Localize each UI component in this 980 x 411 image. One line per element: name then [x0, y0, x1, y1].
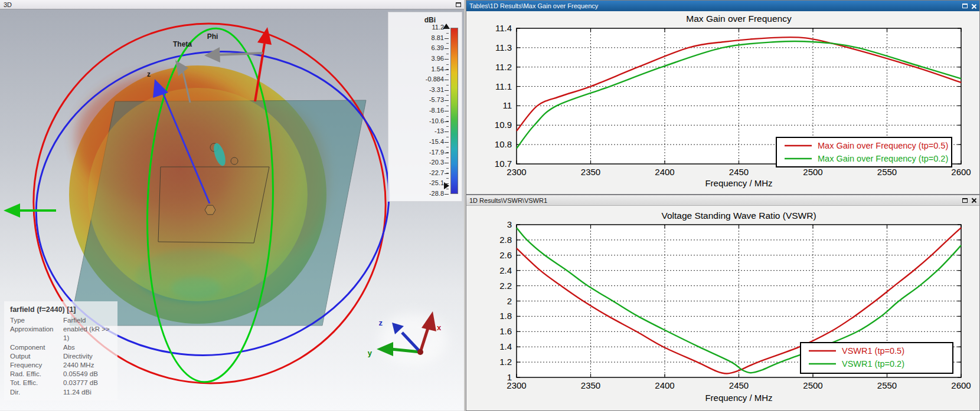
triad-x-label: x: [437, 323, 442, 332]
application-window: 3D: [0, 0, 980, 411]
y-tick-label: 2.6: [499, 250, 512, 260]
max-gain-window-titlebar[interactable]: Tables\1D Results\Max Gain over Frequenc…: [466, 1, 979, 11]
y-tick-label: 10.9: [495, 120, 512, 130]
info-row-value: 2440 MHz: [63, 361, 113, 370]
y-axis-arrow-green: [4, 203, 56, 218]
x-axis-label: Frequency / MHz: [705, 393, 772, 403]
colorbar-tick-label: -15.4: [411, 138, 444, 145]
y-tick-label: 10.8: [495, 139, 512, 149]
y-tick-label: 1.4: [499, 341, 512, 351]
x-tick-label: 2500: [803, 380, 822, 390]
legend-entry: VSWR1 (tp=0.2): [842, 359, 904, 369]
x-tick-label: 2600: [951, 380, 971, 390]
y-tick-label: 2: [507, 296, 512, 306]
info-row-label: Type: [10, 316, 63, 325]
colorbar-title: dBi: [424, 16, 436, 24]
colorbar-tick-label: -22.7: [411, 169, 444, 176]
maximize-icon[interactable]: [456, 2, 461, 7]
info-row-label: Frequency: [10, 361, 63, 370]
close-icon[interactable]: [971, 4, 976, 9]
colorbar-tick-label: -17.9: [411, 149, 444, 156]
colorbar-tick-label: -3.31: [411, 86, 444, 93]
max-gain-window: Tables\1D Results\Max Gain over Frequenc…: [466, 0, 980, 195]
maximize-icon[interactable]: [962, 198, 968, 203]
y-tick-label: 3: [507, 219, 512, 229]
colorbar-tick-label: -28.8: [411, 190, 444, 197]
info-row-label: Tot. Effic.: [10, 379, 63, 387]
colorbar-tick-label: -10.6: [411, 117, 444, 124]
max-gain-window-title: Tables\1D Results\Max Gain over Frequenc…: [469, 2, 598, 9]
vswr-chart: Voltage Standing Wave Ratio (VSWR)230023…: [466, 206, 979, 410]
x-tick-label: 2450: [729, 380, 749, 390]
info-row-value: enabled (kR >> 1): [63, 325, 113, 343]
x-tick-label: 2400: [655, 380, 674, 390]
x-tick-label: 2500: [803, 167, 822, 177]
y-tick-label: 11.2: [495, 62, 512, 72]
y-tick-label: 1.8: [499, 311, 512, 321]
colorbar-tick-label: -8.16: [411, 107, 444, 114]
x-tick-label: 2450: [729, 167, 749, 177]
phi-label: Phi: [207, 32, 218, 41]
y-tick-label: 10.7: [495, 159, 512, 169]
info-row-value: Farfield: [63, 316, 113, 325]
maximize-icon[interactable]: [962, 4, 968, 8]
colorbar-tick-label: -25.1: [411, 179, 444, 186]
y-tick-label: 1: [507, 372, 512, 382]
colorbar-tick-label: 8.81: [411, 34, 444, 41]
3d-window: 3D: [0, 0, 464, 411]
colorbar-tick: [445, 70, 449, 70]
colorbar-tick-label: -20.3: [411, 159, 444, 166]
colorbar-tick: [445, 59, 449, 60]
chart-title: Max Gain over Frequency: [686, 14, 792, 24]
info-row-value: 0.05549 dB: [63, 370, 113, 379]
result-windows: Tables\1D Results\Max Gain over Frequenc…: [466, 0, 980, 411]
colorbar-tick: [445, 121, 449, 122]
info-row-label: Dir.: [10, 388, 63, 397]
colorbar-tick: [445, 48, 449, 49]
colorbar-tick: [445, 80, 449, 80]
colorbar-tick: [445, 173, 449, 174]
chart-title: Voltage Standing Wave Ratio (VSWR): [661, 211, 816, 221]
vswr-window-titlebar[interactable]: 1D Results\VSWR\VSWR1: [466, 195, 979, 206]
triad-y-label: y: [368, 348, 373, 357]
info-row-label: Rad. Effic.: [10, 370, 63, 379]
colorbar-gradient-bar: [450, 28, 458, 194]
colorbar-tick: [445, 111, 449, 111]
3d-window-titlebar[interactable]: 3D: [0, 0, 464, 9]
x-tick-label: 2350: [581, 167, 600, 177]
farfield-info-box: farfield (f=2440) [1] TypeFarfieldApprox…: [4, 301, 117, 400]
vswr-window: 1D Results\VSWR\VSWR1 Voltage Standing W…: [466, 195, 980, 411]
info-row-value: Directivity: [63, 352, 113, 361]
theta-label: Theta: [173, 40, 192, 48]
x-tick-label: 2550: [877, 167, 897, 177]
colorbar-tick-label: -0.884: [411, 75, 444, 83]
colorbar-tick: [445, 153, 449, 153]
colorbar-tick: [445, 163, 449, 163]
x-tick-label: 2550: [877, 380, 897, 390]
colorbar-tick-label: 11.2: [411, 24, 444, 31]
max-gain-chart: Max Gain over Frequency23002350240024502…: [466, 11, 979, 194]
close-icon[interactable]: [971, 198, 976, 203]
colorbar-tick: [445, 194, 449, 195]
x-tick-label: 2350: [581, 380, 600, 390]
z-label: z: [147, 70, 151, 78]
legend-entry: Max Gain over Frequency (tp=0.5): [818, 141, 948, 150]
y-tick-label: 1.2: [499, 357, 512, 367]
3d-window-title: 3D: [4, 1, 12, 8]
info-row-label: Output: [10, 352, 63, 361]
info-row-label: Component: [10, 343, 63, 352]
radiation-pattern-front: [88, 88, 308, 301]
colorbar-tick: [445, 38, 449, 39]
legend-entry: VSWR1 (tp=0.5): [842, 346, 904, 356]
coordinate-triad: y x z: [368, 311, 447, 366]
info-row-value: 11.24 dBi: [63, 388, 113, 397]
info-row-value: Abs: [63, 343, 113, 352]
x-axis-label: Frequency / MHz: [705, 178, 772, 188]
triad-z-label: z: [379, 318, 383, 327]
colorbar-tick-label: -13: [411, 127, 444, 134]
colorbar-tick-label: 6.39: [411, 44, 444, 51]
info-row-label: Approximation: [10, 325, 63, 343]
colorbar-tick-label: -5.73: [411, 96, 444, 103]
x-tick-label: 2600: [951, 167, 971, 177]
3d-viewport[interactable]: Theta Phi z y x z: [0, 9, 464, 410]
